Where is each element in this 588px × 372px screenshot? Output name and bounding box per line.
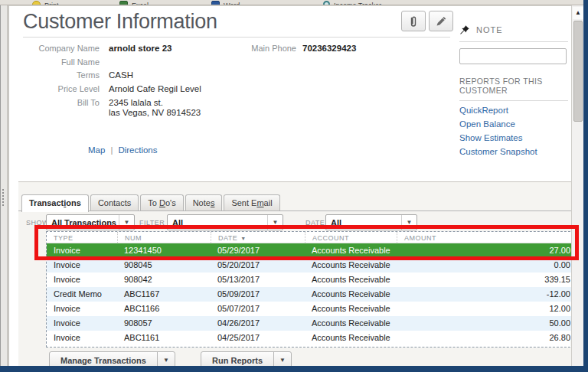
- cell-amount: 12.00: [397, 302, 581, 316]
- title-divider: [23, 37, 450, 38]
- field-label: Terms: [15, 70, 100, 80]
- field-value: Arnold Cafe Regil Level: [109, 84, 201, 94]
- main-phone-value: 70236329423: [302, 44, 356, 54]
- word-icon: [211, 1, 220, 5]
- top-toolbar: Print Excel Word Income Tracker: [0, 0, 588, 5]
- chevron-down-icon: ▼: [401, 215, 416, 230]
- column-header[interactable]: ACCOUNT: [305, 232, 397, 243]
- cell-type: Invoice: [47, 243, 117, 258]
- table-row[interactable]: Invoice ABC1166 05/07/2017 Accounts Rece…: [47, 302, 581, 316]
- field-label: Company Name: [15, 44, 100, 54]
- table-header-row: TYPENUMDATE▼ACCOUNTAMOUNT: [47, 232, 581, 243]
- cell-account: Accounts Receivable: [305, 302, 397, 316]
- cell-date: 05/20/2017: [211, 258, 305, 272]
- cell-type: Invoice: [47, 272, 117, 287]
- column-header[interactable]: DATE▼: [211, 232, 305, 243]
- tab-bar: Transactions Contacts To Do's Notes Sent…: [21, 194, 280, 211]
- cell-date: 05/13/2017: [211, 272, 305, 287]
- panel-drag-handle[interactable]: [2, 189, 5, 206]
- edit-customer-button[interactable]: [429, 11, 453, 31]
- excel-icon: [119, 1, 128, 5]
- cell-num: 12341450: [117, 243, 211, 258]
- chevron-down-icon: ▼: [267, 215, 283, 230]
- customer-field-row: Price Level Arnold Cafe Regil Level: [15, 84, 306, 94]
- note-input[interactable]: [459, 48, 567, 64]
- transactions-table: TYPENUMDATE▼ACCOUNTAMOUNT Invoice 123414…: [46, 231, 582, 348]
- cell-amount: 0.00: [397, 258, 581, 272]
- cell-num: 908042: [117, 272, 211, 287]
- window-scrollbar[interactable]: ▲: [571, 5, 583, 366]
- table-row[interactable]: Invoice 908042 05/13/2017 Accounts Recei…: [47, 272, 581, 287]
- note-panel: NOTE REPORTS FOR THIS CUSTOMER QuickRepo…: [459, 24, 568, 156]
- cell-type: Credit Memo: [47, 287, 117, 302]
- toolbar-label: Income Tracker: [334, 2, 381, 5]
- cell-date: 05/29/2017: [211, 243, 305, 258]
- date-dropdown[interactable]: All ▼: [325, 214, 417, 230]
- toolbar-label: Excel: [132, 2, 149, 5]
- cell-num: ABC1167: [117, 287, 211, 302]
- table-row[interactable]: Invoice 908057 04/26/2017 Accounts Recei…: [47, 316, 581, 331]
- report-link-show-estimates[interactable]: Show Estimates: [459, 134, 568, 142]
- print-icon: [32, 1, 41, 5]
- tab-contacts[interactable]: Contacts: [90, 194, 139, 210]
- tab-transactions[interactable]: Transactions: [21, 194, 89, 212]
- pushpin-icon: [459, 24, 470, 35]
- tab-to-do-s[interactable]: To Do's: [140, 194, 183, 210]
- cell-amount: 27.00: [397, 243, 581, 258]
- cell-type: Invoice: [47, 331, 117, 345]
- map-link[interactable]: Map: [88, 145, 105, 155]
- cell-account: Accounts Receivable: [305, 243, 397, 258]
- page-title: Customer Information: [23, 10, 217, 34]
- cell-account: Accounts Receivable: [305, 287, 397, 302]
- cell-date: 04/26/2017: [211, 316, 305, 331]
- customer-field-row: Terms CASH: [15, 70, 306, 80]
- toolbar-item-word[interactable]: Word: [211, 0, 240, 5]
- cell-account: Accounts Receivable: [305, 272, 397, 287]
- cell-type: Invoice: [47, 258, 117, 272]
- sort-arrow-icon: ▼: [240, 236, 246, 241]
- cell-num: 908045: [117, 258, 211, 272]
- report-link-quickreport[interactable]: QuickReport: [459, 106, 568, 115]
- left-panel-edge: [0, 5, 9, 366]
- column-header[interactable]: AMOUNT: [397, 232, 581, 243]
- table-row[interactable]: Invoice 12341450 05/29/2017 Accounts Rec…: [47, 243, 581, 258]
- field-label: Bill To: [15, 98, 100, 118]
- table-body: Invoice 12341450 05/29/2017 Accounts Rec…: [47, 243, 581, 345]
- filter-by-dropdown-value: All: [168, 218, 267, 227]
- cell-num: ABC1166: [117, 302, 211, 316]
- scrollbar-thumb[interactable]: [573, 21, 583, 122]
- cell-account: Accounts Receivable: [305, 331, 397, 345]
- customer-fields: Company Name arnold store 23 Full Name T…: [15, 44, 306, 122]
- toolbar-item-print[interactable]: Print: [32, 0, 59, 5]
- date-dropdown-value: All: [326, 218, 401, 227]
- directions-link[interactable]: Directions: [118, 145, 157, 155]
- cell-amount: -12.00: [397, 287, 581, 302]
- window-border-bottom: [0, 366, 588, 372]
- table-row[interactable]: Invoice 908045 05/20/2017 Accounts Recei…: [47, 258, 581, 272]
- toolbar-item-excel[interactable]: Excel: [119, 0, 149, 5]
- cell-amount: 26.80: [397, 331, 581, 345]
- column-header[interactable]: NUM: [117, 232, 211, 243]
- attach-file-button[interactable]: [401, 11, 426, 31]
- tab-notes[interactable]: Notes: [185, 194, 223, 210]
- filter-by-dropdown[interactable]: All ▼: [167, 214, 283, 230]
- show-dropdown[interactable]: All Transactions ▼: [46, 214, 135, 230]
- cell-date: 04/25/2017: [211, 331, 305, 345]
- reports-header: REPORTS FOR THIS CUSTOMER: [459, 77, 568, 101]
- date-label: DATE: [305, 219, 325, 227]
- table-row[interactable]: Credit Memo ABC1167 05/09/2017 Accounts …: [47, 287, 581, 302]
- tab-sent-email[interactable]: Sent Email: [224, 194, 279, 210]
- report-links: QuickReportOpen BalanceShow EstimatesCus…: [459, 106, 568, 156]
- report-link-open-balance[interactable]: Open Balance: [459, 120, 568, 129]
- address-links: Map|Directions: [88, 145, 158, 155]
- field-label: Price Level: [15, 84, 100, 94]
- table-row[interactable]: Invoice ABC1161 04/25/2017 Accounts Rece…: [47, 331, 581, 345]
- cell-type: Invoice: [47, 316, 117, 331]
- report-link-customer-snapshot[interactable]: Customer Snapshot: [459, 148, 568, 156]
- link-separator: |: [110, 145, 113, 155]
- scroll-up-icon[interactable]: ▲: [573, 7, 583, 19]
- toolbar-label: Print: [44, 2, 59, 5]
- cell-num: 908057: [117, 316, 211, 331]
- column-header[interactable]: TYPE: [47, 232, 117, 243]
- toolbar-item-income-tracker[interactable]: Income Tracker: [323, 0, 381, 5]
